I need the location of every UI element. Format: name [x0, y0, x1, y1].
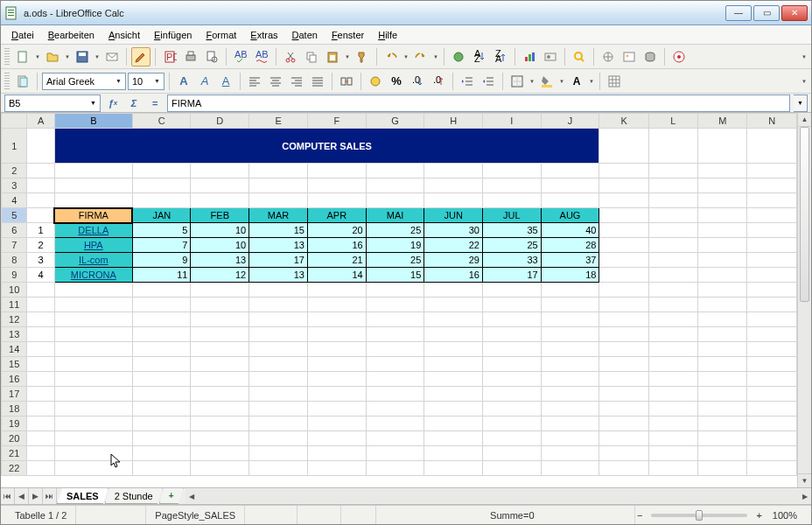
align-justify-icon[interactable] [308, 72, 327, 91]
header-month-cell[interactable]: FEB [191, 208, 249, 223]
cut-icon[interactable] [281, 47, 300, 66]
value-cell[interactable]: 25 [366, 223, 424, 238]
status-selection-mode[interactable] [298, 506, 341, 524]
cell[interactable] [54, 164, 132, 178]
row-header-19[interactable]: 19 [2, 416, 27, 431]
cell[interactable] [483, 461, 542, 476]
cell[interactable] [599, 387, 648, 402]
cell[interactable] [54, 416, 132, 431]
new-doc-dropdown[interactable]: ▼ [34, 54, 41, 60]
cell[interactable] [483, 372, 542, 387]
value-cell[interactable]: 18 [541, 268, 599, 283]
header-month-cell[interactable]: MAR [249, 208, 308, 223]
row-header-14[interactable]: 14 [2, 342, 27, 357]
value-cell[interactable]: 25 [366, 253, 424, 268]
show-draw-icon[interactable] [541, 47, 560, 66]
row-header-17[interactable]: 17 [2, 387, 27, 402]
cell[interactable] [541, 283, 599, 298]
cell[interactable] [27, 164, 54, 178]
cell[interactable] [648, 357, 697, 372]
menu-extras[interactable]: Extras [243, 28, 284, 42]
cell[interactable] [648, 238, 697, 253]
header-firma-cell[interactable]: FIRMA [54, 208, 132, 223]
value-cell[interactable]: 22 [424, 238, 483, 253]
value-cell[interactable]: 12 [191, 268, 249, 283]
cell[interactable] [541, 461, 599, 476]
cell[interactable] [54, 178, 132, 193]
currency-icon[interactable] [366, 72, 385, 91]
cell[interactable] [249, 372, 308, 387]
cell[interactable] [747, 446, 797, 461]
cell[interactable] [599, 402, 648, 416]
open-dropdown[interactable]: ▼ [64, 54, 71, 60]
menu-daten[interactable]: Daten [285, 28, 325, 42]
cell[interactable] [366, 283, 424, 298]
cell[interactable] [698, 129, 747, 164]
cell[interactable] [648, 283, 697, 298]
cell[interactable] [191, 164, 249, 178]
cell[interactable] [483, 312, 542, 327]
menu-bearbeiten[interactable]: Bearbeiten [41, 28, 102, 42]
toolbar-handle[interactable] [4, 73, 10, 90]
cell[interactable] [599, 208, 648, 223]
cell[interactable] [366, 387, 424, 402]
italic-icon[interactable]: A [195, 72, 214, 91]
cell[interactable] [648, 327, 697, 342]
cell[interactable] [191, 372, 249, 387]
zoom-slider[interactable] [651, 514, 747, 517]
column-header-N[interactable]: N [747, 114, 797, 129]
cell[interactable] [648, 372, 697, 387]
name-box[interactable]: B5▼ [4, 94, 101, 112]
cell[interactable] [698, 416, 747, 431]
open-icon[interactable] [43, 47, 62, 66]
cell[interactable] [747, 357, 797, 372]
cell[interactable] [191, 416, 249, 431]
cell[interactable] [27, 178, 54, 193]
cell[interactable] [747, 238, 797, 253]
cell[interactable] [747, 461, 797, 476]
cell[interactable] [424, 342, 483, 357]
cell[interactable] [54, 357, 132, 372]
cell[interactable] [747, 164, 797, 178]
cell[interactable] [54, 431, 132, 446]
cell[interactable] [698, 372, 747, 387]
value-cell[interactable]: 30 [424, 223, 483, 238]
cell[interactable] [249, 402, 308, 416]
print-direct-icon[interactable] [181, 47, 200, 66]
cell[interactable] [27, 283, 54, 298]
function-wizard-icon[interactable]: ƒx [104, 94, 122, 112]
value-cell[interactable]: 17 [249, 253, 308, 268]
cell[interactable] [54, 312, 132, 327]
maximize-button[interactable]: ▭ [753, 5, 780, 21]
column-header-C[interactable]: C [132, 114, 191, 129]
cell[interactable] [541, 327, 599, 342]
row-header-4[interactable]: 4 [2, 193, 27, 208]
cell[interactable] [698, 283, 747, 298]
cell[interactable]: 4 [27, 268, 54, 283]
header-month-cell[interactable]: JAN [132, 208, 191, 223]
cell[interactable] [54, 283, 132, 298]
cell[interactable] [541, 416, 599, 431]
cell[interactable] [132, 193, 191, 208]
zoom-out-icon[interactable]: − [635, 506, 644, 524]
cell[interactable] [54, 461, 132, 476]
cell[interactable] [366, 342, 424, 357]
cell[interactable] [307, 312, 366, 327]
scroll-up-icon[interactable]: ▲ [798, 113, 811, 127]
cell[interactable] [483, 357, 542, 372]
cell[interactable] [483, 298, 542, 312]
cell[interactable] [698, 223, 747, 238]
cell[interactable] [648, 223, 697, 238]
cell[interactable] [132, 357, 191, 372]
value-cell[interactable]: 16 [307, 238, 366, 253]
format-paintbrush-icon[interactable] [353, 47, 372, 66]
cell[interactable] [483, 178, 542, 193]
cell[interactable] [424, 298, 483, 312]
cell[interactable] [599, 268, 648, 283]
cell[interactable] [747, 178, 797, 193]
cell[interactable] [648, 446, 697, 461]
title-cell[interactable]: COMPUTER SALES [54, 129, 599, 164]
align-left-icon[interactable] [245, 72, 264, 91]
menu-format[interactable]: Format [199, 28, 243, 42]
cell[interactable] [132, 342, 191, 357]
